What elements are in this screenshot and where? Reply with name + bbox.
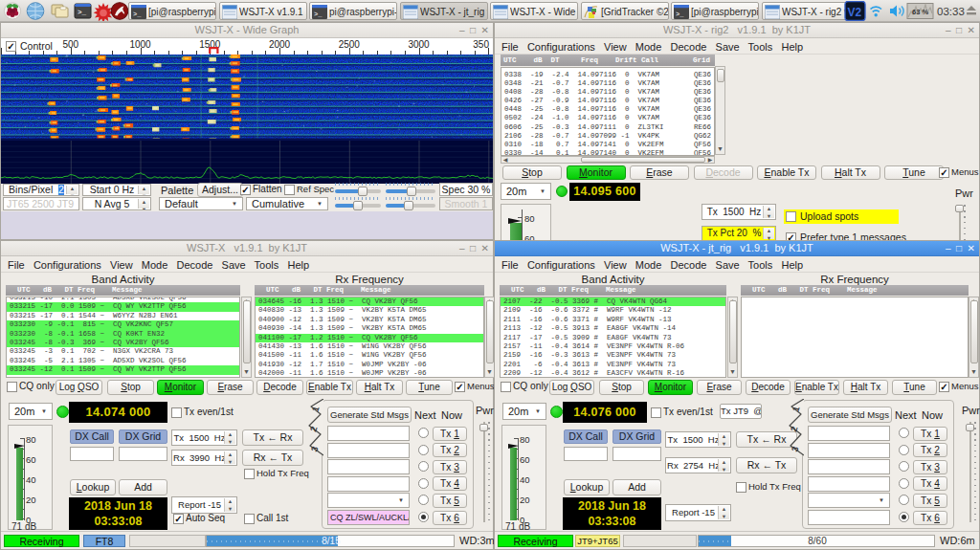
svg-text:03:33: 03:33 bbox=[937, 6, 965, 17]
svg-text:>_: >_ bbox=[676, 11, 684, 18]
svg-text:>_: >_ bbox=[133, 11, 142, 18]
svg-text:63 %: 63 % bbox=[912, 8, 928, 16]
svg-text:V2: V2 bbox=[847, 6, 861, 19]
svg-text:>_: >_ bbox=[314, 11, 323, 18]
svg-text:>_: >_ bbox=[78, 9, 87, 16]
